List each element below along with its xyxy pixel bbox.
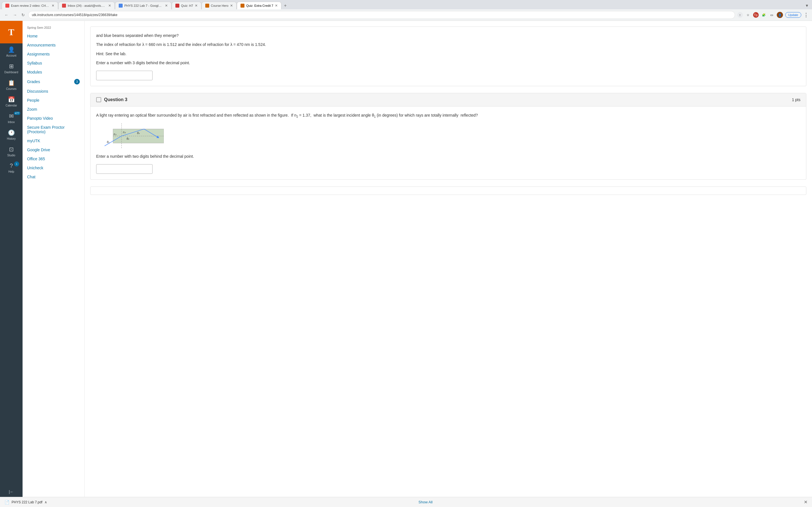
svg-text:θ₃: θ₃ bbox=[137, 131, 140, 135]
help-badge: 1 bbox=[14, 161, 19, 166]
close-icon[interactable]: ✕ bbox=[195, 4, 198, 8]
tab-quiz-h7[interactable]: Quiz: H7 ✕ bbox=[172, 2, 201, 9]
nav-link-announcements[interactable]: Announcements bbox=[22, 41, 84, 50]
sidebar-item-label: Courses bbox=[6, 87, 16, 91]
forward-button[interactable]: → bbox=[12, 11, 18, 18]
tab-label: Quiz: Extra Credit 7 bbox=[246, 4, 273, 7]
tab-label: Quiz: H7 bbox=[181, 4, 193, 7]
close-icon[interactable]: ✕ bbox=[165, 4, 168, 8]
pdf-icon: 📄 bbox=[4, 500, 9, 504]
tab-label: Exam review 2 video: CHE… bbox=[11, 4, 50, 7]
grades-badge: 3 bbox=[74, 79, 80, 84]
nav-link-unicheck[interactable]: Unicheck bbox=[22, 163, 84, 172]
update-button[interactable]: Update bbox=[785, 12, 801, 18]
nav-link-google-drive[interactable]: Google Drive bbox=[22, 145, 84, 154]
close-icon[interactable]: ✕ bbox=[52, 4, 54, 8]
account-icon: 👤 bbox=[8, 46, 15, 53]
tab-favicon bbox=[62, 4, 66, 8]
tab-bar: Exam review 2 video: CHE… ✕ Inbox (24) -… bbox=[0, 0, 812, 9]
address-input[interactable] bbox=[28, 11, 735, 19]
expand-icon[interactable]: ∧ bbox=[45, 500, 47, 504]
question-3-instruction: Enter a number with two digits behind th… bbox=[96, 153, 801, 159]
tab-course-hero[interactable]: Course Hero ✕ bbox=[202, 2, 237, 9]
address-bar: ← → ↻ ↑ ☆ Tp 🧩 ▭ 👤 Update ⋮ bbox=[0, 9, 812, 20]
history-icon: 🕐 bbox=[8, 129, 15, 136]
file-name: PHYS 222 Lab 7.pdf bbox=[11, 500, 42, 504]
help-icon: ? bbox=[10, 163, 13, 169]
question-3-header: Question 3 1 pts bbox=[91, 93, 806, 107]
toolbar-icons: ↑ ☆ Tp 🧩 ▭ 👤 Update ⋮ bbox=[737, 12, 809, 18]
tp-icon[interactable]: Tp bbox=[753, 12, 759, 18]
sidebar-item-studio[interactable]: ⊡ Studio bbox=[0, 143, 22, 160]
svg-text:n₁: n₁ bbox=[114, 133, 116, 136]
question-3-title: Question 3 bbox=[96, 97, 128, 102]
bookmark-icon[interactable]: ☆ bbox=[745, 12, 751, 18]
profile-avatar[interactable]: 👤 bbox=[777, 12, 783, 18]
extension-icon[interactable]: 🧩 bbox=[761, 12, 767, 18]
close-icon[interactable]: ✕ bbox=[230, 4, 233, 8]
tab-label: Inbox (24) - asalzl@vols.ut… bbox=[68, 4, 107, 7]
close-download-bar-button[interactable]: ✕ bbox=[804, 499, 808, 505]
back-button[interactable]: ← bbox=[3, 11, 10, 18]
courses-icon: 📋 bbox=[8, 79, 15, 86]
sidebar-item-label: Account bbox=[6, 54, 16, 57]
show-all-button[interactable]: Show All bbox=[418, 500, 433, 504]
svg-text:θ₂: θ₂ bbox=[126, 137, 130, 140]
question-3-title-text: Question 3 bbox=[104, 97, 128, 102]
answer-input-q3[interactable] bbox=[96, 164, 153, 174]
nav-link-myutk[interactable]: myUTK bbox=[22, 136, 84, 145]
tab-favicon bbox=[241, 4, 245, 8]
svg-text:n₂: n₂ bbox=[123, 131, 126, 134]
sidebar-item-history[interactable]: 🕐 History bbox=[0, 126, 22, 143]
answer-input-q2[interactable] bbox=[96, 71, 153, 80]
tab-favicon bbox=[5, 4, 9, 8]
inbox-badge: 477 bbox=[14, 112, 20, 115]
nav-link-office365[interactable]: Office 365 bbox=[22, 154, 84, 163]
nav-link-modules[interactable]: Modules bbox=[22, 68, 84, 76]
nav-link-grades[interactable]: Grades 3 bbox=[22, 76, 84, 87]
course-semester: Spring Sem 2022 bbox=[22, 24, 84, 32]
partial-hint: Hint: See the lab. bbox=[96, 51, 801, 57]
menu-dots-icon[interactable]: ⋮ bbox=[804, 12, 809, 18]
nav-link-home[interactable]: Home bbox=[22, 32, 84, 41]
nav-link-syllabus[interactable]: Syllabus bbox=[22, 59, 84, 68]
dashboard-icon: ⊞ bbox=[9, 63, 14, 69]
tab-inbox[interactable]: Inbox (24) - asalzl@vols.ut… ✕ bbox=[58, 2, 115, 9]
tab-list-chevron[interactable]: ▾ bbox=[804, 2, 810, 9]
question-3-checkbox[interactable] bbox=[96, 97, 101, 102]
sidebar-item-help[interactable]: ? Help 1 bbox=[0, 160, 22, 176]
sidebar-item-inbox[interactable]: ✉ Inbox 477 bbox=[0, 110, 22, 126]
close-icon[interactable]: ✕ bbox=[108, 4, 111, 8]
tablet-icon[interactable]: ▭ bbox=[769, 12, 774, 18]
question-3-body: A light ray entering an optical fiber su… bbox=[91, 107, 806, 179]
nav-link-assignments[interactable]: Assignments bbox=[22, 50, 84, 59]
tab-exam-review[interactable]: Exam review 2 video: CHE… ✕ bbox=[2, 2, 58, 9]
nav-link-discussions[interactable]: Discussions bbox=[22, 87, 84, 96]
fiber-figure: n₁ n₂ θ₃ θ₂ θ₁ bbox=[96, 123, 164, 149]
nav-link-chat[interactable]: Chat bbox=[22, 172, 84, 181]
nav-link-panopto[interactable]: Panopto Video bbox=[22, 114, 84, 123]
refresh-button[interactable]: ↻ bbox=[20, 11, 26, 18]
partial-instruction: Enter a number with 3 digits behind the … bbox=[96, 60, 801, 66]
bottom-file-info: 📄 PHYS 222 Lab 7.pdf ∧ bbox=[4, 500, 47, 504]
canvas-logo: T bbox=[0, 21, 22, 43]
grades-link-label: Grades bbox=[27, 79, 40, 84]
bottom-bar: 📄 PHYS 222 Lab 7.pdf ∧ Show All ✕ bbox=[0, 497, 812, 507]
close-icon[interactable]: ✕ bbox=[275, 4, 278, 8]
nav-link-secure-exam[interactable]: Secure Exam Proctor (Proctorio) bbox=[22, 123, 84, 136]
share-icon[interactable]: ↑ bbox=[737, 12, 743, 18]
tab-phys222[interactable]: PHYS 222 Lab 7 - Google … ✕ bbox=[115, 2, 171, 9]
partial-bottom-card bbox=[90, 186, 806, 195]
sidebar-item-courses[interactable]: 📋 Courses bbox=[0, 76, 22, 93]
collapse-nav-button[interactable]: |← bbox=[6, 487, 17, 497]
question-3-points: 1 pts bbox=[792, 98, 801, 102]
tab-label: PHYS 222 Lab 7 - Google … bbox=[124, 4, 163, 7]
sidebar-item-account[interactable]: 👤 Account bbox=[0, 43, 22, 60]
nav-link-people[interactable]: People bbox=[22, 96, 84, 105]
sidebar-item-dashboard[interactable]: ⊞ Dashboard bbox=[0, 60, 22, 76]
tab-extra-credit[interactable]: Quiz: Extra Credit 7 ✕ bbox=[237, 2, 282, 9]
sidebar-item-calendar[interactable]: 📅 Calendar bbox=[0, 93, 22, 110]
new-tab-button[interactable]: + bbox=[282, 2, 289, 9]
nav-link-zoom[interactable]: Zoom bbox=[22, 105, 84, 114]
tab-favicon bbox=[175, 4, 179, 8]
